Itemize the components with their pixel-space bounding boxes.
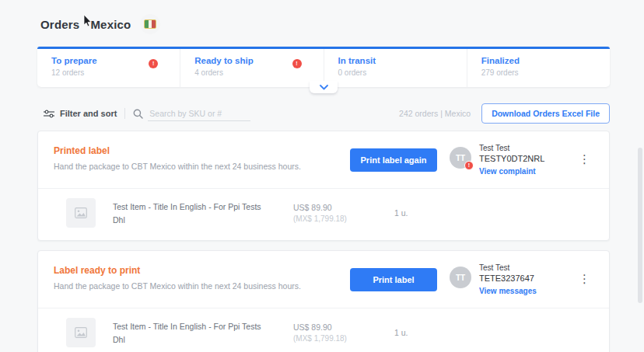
search-icon <box>133 109 143 119</box>
buyer-avatar: TT ! <box>450 147 471 169</box>
tab-ready-to-ship[interactable]: Ready to ship 4 orders ! <box>180 49 323 87</box>
filter-and-sort-label: Filter and sort <box>60 109 117 118</box>
image-placeholder-icon <box>75 327 87 338</box>
item-carrier: Dhl <box>113 335 293 344</box>
item-title: Test Item - Title In English - For Ppi T… <box>113 321 293 333</box>
item-price-mxn: (MX$ 1,799.18) <box>293 214 394 223</box>
tab-count: 12 orders <box>51 68 166 77</box>
mouse-cursor-icon <box>82 14 92 28</box>
order-id: TESTY0DT2NRL <box>479 154 544 163</box>
order-status: Printed label <box>54 145 350 156</box>
toolbar-divider <box>124 108 125 119</box>
filter-and-sort-button[interactable]: Filter and sort <box>44 109 117 118</box>
scrollbar-thumb[interactable] <box>638 148 642 303</box>
order-instruction: Hand the package to CBT Mexico within th… <box>54 281 350 291</box>
item-quantity: 1 u. <box>394 208 408 218</box>
download-orders-excel-button[interactable]: Download Orders Excel File <box>481 103 610 124</box>
item-title: Test Item - Title In English - For Ppi T… <box>113 201 293 213</box>
order-item-row: Test Item - Title In English - For Ppi T… <box>38 308 609 352</box>
order-card: Label ready to print Hand the package to… <box>37 250 610 352</box>
image-placeholder-icon <box>75 207 87 218</box>
item-thumbnail <box>66 198 96 228</box>
alert-badge: ! <box>292 59 302 68</box>
item-price-mxn: (MX$ 1,799.18) <box>293 334 394 343</box>
chevron-down-icon <box>320 85 328 90</box>
orders-toolbar: Filter and sort 242 orders | Mexico Down… <box>44 104 610 123</box>
page-header: Orders Mexico <box>0 0 644 34</box>
order-item-row: Test Item - Title In English - For Ppi T… <box>38 188 609 240</box>
item-carrier: Dhl <box>113 215 293 225</box>
item-quantity: 1 u. <box>394 328 408 337</box>
collapse-tabbar-button[interactable] <box>310 81 338 93</box>
tab-in-transit[interactable]: In transit 0 orders <box>324 49 467 87</box>
tab-finalized[interactable]: Finalized 279 orders <box>467 49 610 87</box>
tab-to-prepare[interactable]: To prepare 12 orders ! <box>37 49 180 87</box>
tab-count: 0 orders <box>338 68 453 77</box>
page-title-right: Mexico <box>90 18 131 31</box>
tab-label: In transit <box>338 56 453 65</box>
item-price-usd: US$ 89.90 <box>293 322 394 332</box>
page-scrollbar[interactable] <box>636 0 644 352</box>
tab-count: 4 orders <box>194 68 309 77</box>
complaint-alert-badge: ! <box>464 161 474 170</box>
search-box <box>133 106 250 121</box>
view-messages-link[interactable]: View messages <box>479 287 537 295</box>
avatar-initials: TT <box>456 154 465 162</box>
buyer-name: Test Test <box>479 263 537 272</box>
print-label-button[interactable]: Print label <box>350 268 437 291</box>
tab-count: 279 orders <box>481 68 596 77</box>
order-instruction: Hand the package to CBT Mexico within th… <box>54 162 350 171</box>
buyer-name: Test Test <box>479 144 544 152</box>
orders-count-summary: 242 orders | Mexico <box>399 109 471 118</box>
tab-label: Finalized <box>481 56 596 65</box>
order-id: TETE3237647 <box>479 274 537 283</box>
orders-page: Orders Mexico To prepare 12 orders ! Rea… <box>0 0 644 352</box>
item-thumbnail <box>66 318 96 347</box>
mexico-flag-icon <box>140 14 160 34</box>
buyer-avatar: TT <box>450 267 471 288</box>
avatar-initials: TT <box>456 274 465 282</box>
sliders-icon <box>44 110 54 118</box>
order-menu-kebab-icon[interactable]: ⋮ <box>574 267 595 291</box>
status-tabbar: To prepare 12 orders ! Ready to ship 4 o… <box>37 47 610 87</box>
page-title-left: Orders <box>40 18 79 31</box>
view-complaint-link[interactable]: View complaint <box>479 167 544 176</box>
order-status: Label ready to print <box>54 265 350 276</box>
item-price-usd: US$ 89.90 <box>293 203 394 212</box>
search-input[interactable] <box>148 106 250 121</box>
alert-badge: ! <box>149 59 158 68</box>
order-card: Printed label Hand the package to CBT Me… <box>37 131 610 241</box>
order-menu-kebab-icon[interactable]: ⋮ <box>574 147 595 171</box>
print-label-again-button[interactable]: Print label again <box>350 148 437 172</box>
